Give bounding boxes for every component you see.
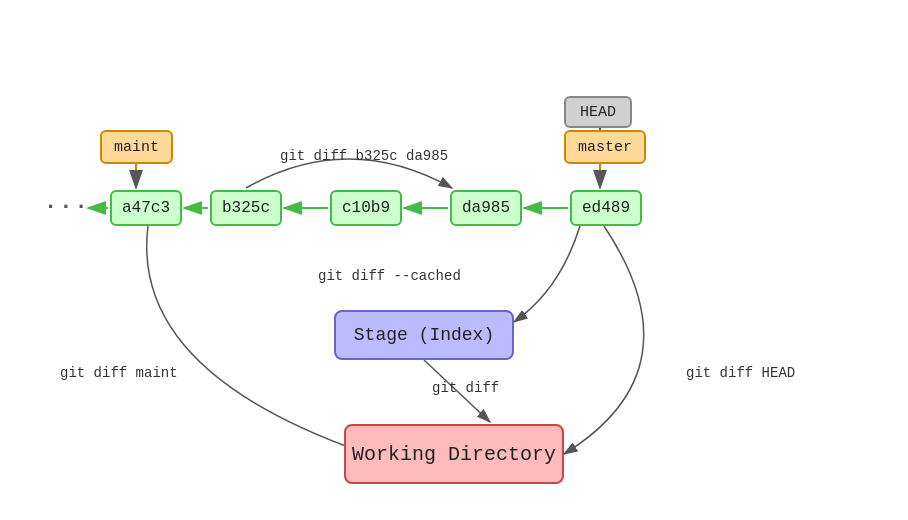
label-diff-b325c-da985: git diff b325c da985 xyxy=(280,148,448,164)
label-diff-maint: git diff maint xyxy=(60,365,178,381)
stage-node: Stage (Index) xyxy=(334,310,514,360)
commit-c10b9: c10b9 xyxy=(330,190,402,226)
commit-da985: da985 xyxy=(450,190,522,226)
branch-maint: maint xyxy=(100,130,173,164)
workdir-node: Working Directory xyxy=(344,424,564,484)
label-diff: git diff xyxy=(432,380,499,396)
label-diff-cached: git diff --cached xyxy=(318,268,461,284)
commit-a47c3: a47c3 xyxy=(110,190,182,226)
branch-head: HEAD xyxy=(564,96,632,128)
label-diff-head: git diff HEAD xyxy=(686,365,795,381)
commit-b325c: b325c xyxy=(210,190,282,226)
diagram: ··· a47c3 b325c c10b9 da985 ed489 maint … xyxy=(0,0,908,520)
commit-ed489: ed489 xyxy=(570,190,642,226)
branch-master: master xyxy=(564,130,646,164)
ellipsis: ··· xyxy=(44,195,90,220)
